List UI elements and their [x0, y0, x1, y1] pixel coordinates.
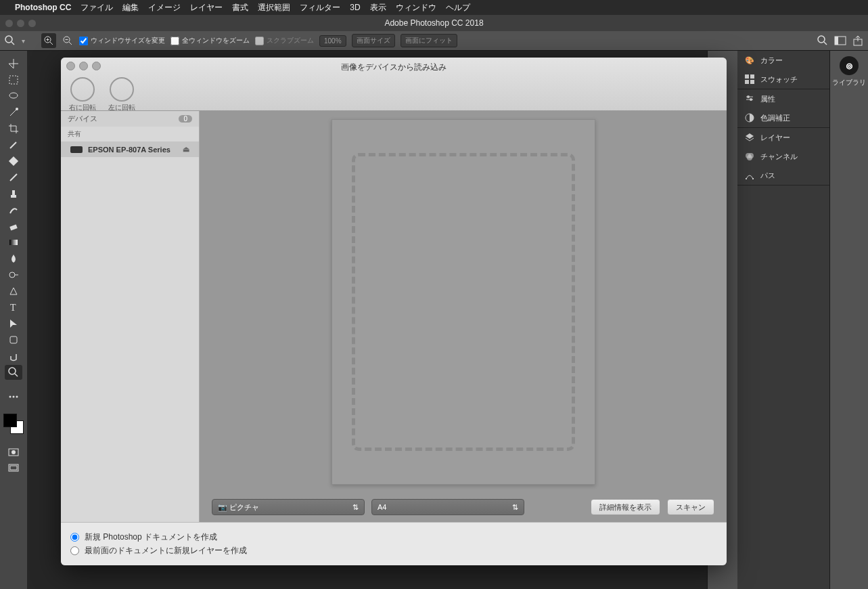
properties-icon	[744, 93, 755, 104]
shape-tool[interactable]	[5, 332, 22, 347]
svg-point-9	[818, 36, 825, 43]
rotate-right-button[interactable]: 右に回転	[69, 77, 96, 112]
pen-tool[interactable]	[5, 284, 22, 299]
brush-tool[interactable]	[5, 170, 22, 185]
move-tool[interactable]	[5, 56, 22, 71]
doc-layout-icon[interactable]	[834, 35, 846, 47]
menu-layer[interactable]: レイヤー	[190, 2, 223, 14]
edit-toolbar-icon[interactable]	[5, 389, 22, 404]
zoom-out-icon[interactable]	[62, 35, 74, 47]
svg-point-46	[747, 95, 750, 98]
fg-bg-colors[interactable]	[3, 414, 24, 434]
app-name[interactable]: Photoshop CC	[15, 3, 71, 12]
allwin-checkbox[interactable]	[170, 37, 179, 45]
svg-rect-39	[10, 466, 17, 470]
menu-help[interactable]: ヘルプ	[446, 2, 470, 14]
menu-filter[interactable]: フィルター	[300, 2, 340, 14]
share-icon[interactable]	[852, 35, 864, 47]
panel-adjustments[interactable]: 色調補正	[737, 108, 829, 127]
history-brush-tool[interactable]	[5, 202, 22, 217]
svg-rect-30	[10, 336, 17, 343]
svg-line-3	[50, 42, 53, 45]
zoom-in-icon[interactable]	[41, 33, 56, 48]
panel-swatch[interactable]: スウォッチ	[737, 70, 829, 89]
radio-new-doc[interactable]: 新規 Photoshop ドキュメントを作成	[70, 531, 717, 543]
panel-channels[interactable]: チャンネル	[737, 147, 829, 166]
details-button[interactable]: 詳細情報を表示	[591, 499, 660, 515]
window-controls[interactable]	[5, 20, 36, 27]
svg-point-33	[9, 396, 12, 398]
panel-layers[interactable]: レイヤー	[737, 128, 829, 147]
scan-button[interactable]: スキャン	[667, 499, 714, 515]
btn-fitscreen[interactable]: 画面サイズ	[352, 34, 395, 47]
rotate-left-button[interactable]: 左に回転	[108, 77, 135, 112]
palette-icon: 🎨	[744, 55, 755, 66]
import-dialog: 画像をデバイスから読み込み 右に回転 左に回転 デバイス0 共有 EPSON E…	[61, 58, 727, 565]
marquee-tool[interactable]	[5, 72, 22, 87]
scan-area[interactable]	[352, 153, 575, 451]
btn-fit[interactable]: 画面にフィット	[401, 34, 457, 47]
panel-paths[interactable]: パス	[737, 166, 829, 185]
menu-file[interactable]: ファイル	[81, 2, 113, 14]
resize-label: ウィンドウサイズを変更	[91, 36, 165, 45]
svg-point-26	[9, 272, 15, 278]
stamp-tool[interactable]	[5, 186, 22, 201]
svg-point-18	[16, 108, 18, 110]
eraser-tool[interactable]	[5, 219, 22, 234]
eyedropper-tool[interactable]	[5, 137, 22, 152]
hand-tool[interactable]	[5, 349, 22, 364]
menu-type[interactable]: 書式	[232, 2, 248, 14]
workspace: T 画像をデバイスから読み込み 右に回転 左に回転 デバイス0	[0, 51, 868, 589]
cc-icon[interactable]: ⊚	[840, 56, 859, 75]
scrubzoom-checkbox	[255, 37, 264, 45]
svg-marker-49	[746, 133, 754, 139]
destination-select[interactable]: 📷 ピクチャ⇅	[212, 499, 365, 515]
pagesize-select[interactable]: A4⇅	[371, 499, 524, 515]
menu-image[interactable]: イメージ	[148, 2, 181, 14]
svg-line-32	[15, 374, 18, 376]
svg-point-16	[9, 93, 18, 98]
scanner-icon	[70, 146, 83, 153]
crop-tool[interactable]	[5, 121, 22, 136]
heal-tool[interactable]	[5, 154, 22, 169]
btn-100[interactable]: 100%	[319, 35, 346, 47]
dodge-tool[interactable]	[5, 267, 22, 282]
menu-edit[interactable]: 編集	[122, 2, 139, 14]
path-select-tool[interactable]	[5, 316, 22, 331]
gradient-tool[interactable]	[5, 235, 22, 250]
preview-page[interactable]	[332, 119, 595, 485]
allwin-label: 全ウィンドウをズーム	[182, 36, 250, 45]
panels: 🎨カラー スウォッチ 属性 色調補正 レイヤー チャンネル パス	[737, 51, 829, 589]
svg-rect-23	[12, 190, 15, 195]
menu-view[interactable]: 表示	[370, 2, 386, 14]
scanner-item[interactable]: EPSON EP-807A Series⏏	[61, 141, 199, 157]
wand-tool[interactable]	[5, 105, 22, 120]
menu-3d[interactable]: 3D	[350, 3, 360, 12]
svg-line-17	[10, 109, 17, 116]
eject-icon[interactable]: ⏏	[183, 145, 189, 154]
zoom-tool-icon[interactable]	[4, 35, 16, 47]
radio-new-layer[interactable]: 最前面のドキュメントに新規レイヤーを作成	[70, 545, 717, 557]
screenmode-icon[interactable]	[5, 461, 22, 476]
panel-library[interactable]: ライブラリ	[832, 78, 866, 87]
svg-text:T: T	[10, 303, 16, 313]
text-tool[interactable]: T	[5, 300, 22, 315]
panel-color[interactable]: 🎨カラー	[737, 51, 829, 70]
sidebar-shared-header: 共有	[61, 127, 199, 141]
menu-window[interactable]: ウィンドウ	[396, 2, 436, 14]
tool-column: T	[0, 51, 27, 589]
quickmask-icon[interactable]	[5, 445, 22, 460]
adjust-icon	[744, 112, 755, 123]
svg-rect-53	[746, 178, 747, 179]
zoom-tool[interactable]	[5, 365, 22, 380]
svg-rect-40	[745, 74, 749, 79]
lasso-tool[interactable]	[5, 89, 22, 104]
blur-tool[interactable]	[5, 251, 22, 266]
menu-select[interactable]: 選択範囲	[258, 2, 290, 14]
search-icon[interactable]	[817, 35, 829, 47]
panel-properties[interactable]: 属性	[737, 89, 829, 108]
resize-checkbox[interactable]	[79, 37, 88, 45]
dialog-footer: 新規 Photoshop ドキュメントを作成 最前面のドキュメントに新規レイヤー…	[61, 522, 727, 565]
menubar: Photoshop CC ファイル 編集 イメージ レイヤー 書式 選択範囲 フ…	[0, 0, 868, 15]
svg-rect-43	[750, 80, 754, 84]
